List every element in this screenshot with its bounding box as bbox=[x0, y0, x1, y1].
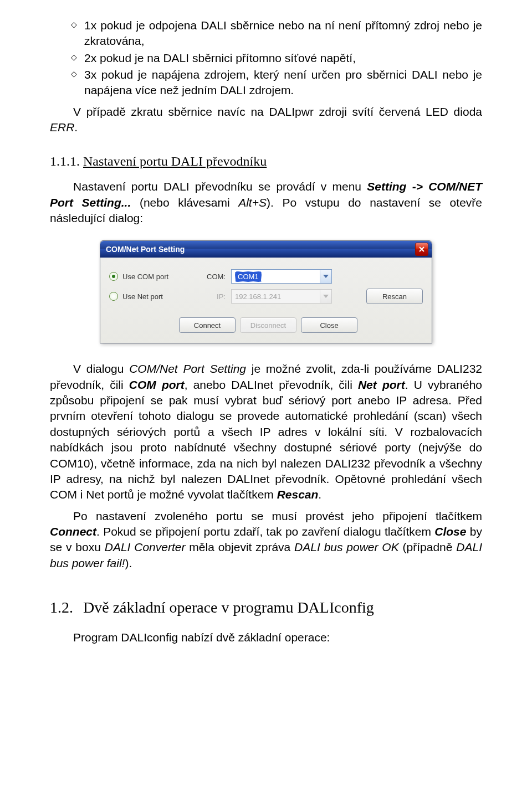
chevron-down-icon bbox=[320, 290, 331, 303]
diamond-bullet-icon: ◇ bbox=[71, 50, 84, 66]
combo-ip-value: 192.168.1.241 bbox=[232, 292, 320, 301]
list-item-text: 1x pokud je odpojena DALI sběrnice nebo … bbox=[84, 18, 482, 49]
close-button-bottom[interactable]: Close bbox=[301, 317, 357, 333]
combo-ip-address: 192.168.1.241 bbox=[231, 289, 332, 304]
dialog-screenshot: COM/Net Port Setting Use COM port COM: C… bbox=[100, 240, 432, 343]
combo-com-value: COM1 bbox=[235, 271, 262, 282]
list-item-text: 3x pokud je napájena zdrojem, který není… bbox=[84, 67, 482, 99]
chevron-down-icon bbox=[320, 270, 331, 283]
radio-use-com-port[interactable]: Use COM port bbox=[109, 272, 192, 281]
heading-1-1-1: 1.1.1.Nastavení portu DALI převodníku bbox=[50, 154, 482, 169]
heading-title: Dvě základní operace v programu DALIconf… bbox=[83, 599, 374, 616]
dialog-titlebar[interactable]: COM/Net Port Setting bbox=[100, 241, 432, 258]
radio-label: Use Net port bbox=[122, 292, 163, 301]
heading-title: Nastavení portu DALI převodníku bbox=[83, 154, 267, 168]
row-net: Use Net port IP: 192.168.1.241 Rescan bbox=[109, 286, 423, 306]
diamond-bullet-icon: ◇ bbox=[71, 18, 84, 49]
heading-number: 1.2. bbox=[50, 599, 73, 616]
list-item: ◇ 3x pokud je napájena zdrojem, který ne… bbox=[50, 67, 482, 99]
radio-icon bbox=[109, 272, 118, 281]
rescan-button[interactable]: Rescan bbox=[366, 289, 423, 304]
disconnect-button: Disconnect bbox=[240, 317, 296, 333]
radio-use-net-port[interactable]: Use Net port bbox=[109, 292, 192, 301]
dialog-body: Use COM port COM: COM1 Use Net port bbox=[100, 258, 432, 343]
heading-1-2: 1.2.Dvě základní operace v programu DALI… bbox=[50, 599, 482, 616]
label-ip: IP: bbox=[192, 292, 231, 301]
dialog-title: COM/Net Port Setting bbox=[104, 245, 415, 254]
close-button[interactable] bbox=[415, 243, 428, 256]
heading-number: 1.1.1. bbox=[50, 154, 80, 168]
paragraph-err-led: V případě zkratu sběrnice navíc na DALIp… bbox=[50, 104, 482, 136]
radio-label: Use COM port bbox=[122, 273, 168, 281]
close-icon bbox=[419, 245, 424, 254]
list-item: ◇ 2x pokud je na DALI sběrnici přítomno … bbox=[50, 50, 482, 66]
row-com: Use COM port COM: COM1 bbox=[109, 266, 423, 286]
label-com: COM: bbox=[192, 273, 231, 281]
list-item-text: 2x pokud je na DALI sběrnici přítomno sí… bbox=[84, 50, 482, 66]
paragraph-connect: Po nastavení zvoleného portu se musí pro… bbox=[50, 508, 482, 571]
list-item: ◇ 1x pokud je odpojena DALI sběrnice neb… bbox=[50, 18, 482, 49]
document-page: ◇ 1x pokud je odpojena DALI sběrnice neb… bbox=[0, 0, 532, 673]
paragraph-setting-menu: Nastavení portu DALI převodníku se prová… bbox=[50, 179, 482, 226]
bullet-list: ◇ 1x pokud je odpojena DALI sběrnice neb… bbox=[50, 18, 482, 99]
dialog-button-row: Connect Disconnect Close bbox=[109, 317, 423, 333]
connect-button[interactable]: Connect bbox=[179, 317, 236, 333]
radio-icon bbox=[109, 292, 118, 301]
paragraph-dialog-description: V dialogu COM/Net Port Setting je možné … bbox=[50, 361, 482, 502]
paragraph-two-ops: Program DALIconfig nabízí dvě základní o… bbox=[50, 630, 482, 645]
combo-com-port[interactable]: COM1 bbox=[231, 269, 332, 284]
diamond-bullet-icon: ◇ bbox=[71, 67, 84, 99]
com-net-port-setting-dialog: COM/Net Port Setting Use COM port COM: C… bbox=[100, 240, 432, 343]
